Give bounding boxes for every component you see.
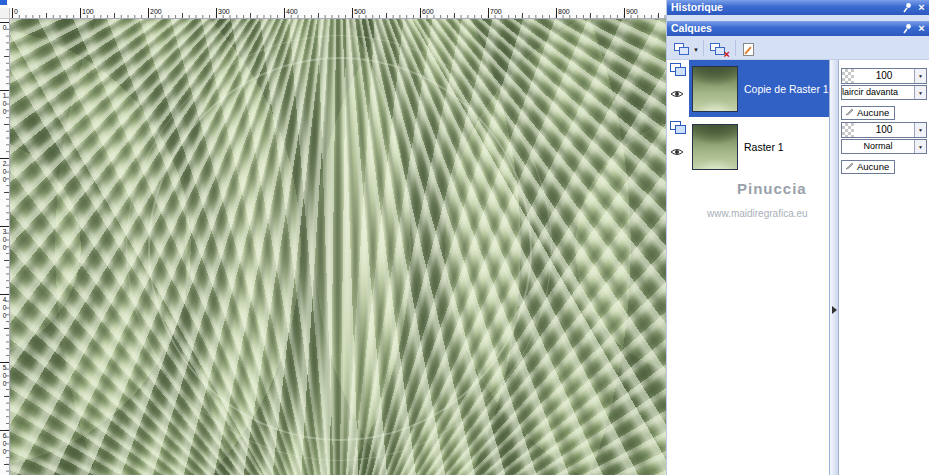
- app-window: 0 100 200 300 400 500 600 700 800 900 0 …: [0, 0, 929, 475]
- blend-mode-value: laircir davanta: [842, 86, 914, 99]
- ruler-label: 400: [1, 296, 8, 320]
- historique-titlebar[interactable]: Historique ×: [667, 0, 929, 15]
- layer-row-copie-de-raster-1[interactable]: Copie de Raster 1: [667, 60, 829, 118]
- ruler-label: 200: [1, 160, 8, 184]
- ruler-label: 600: [422, 8, 434, 15]
- pattern-ring: [148, 57, 532, 441]
- watermark-site: www.maidiregrafica.eu: [707, 208, 808, 219]
- layer-controls-pane: 100 ▼ laircir davanta ▼ Aucune 100: [839, 60, 929, 475]
- opacity-value: 100: [854, 123, 914, 137]
- ruler-label: 900: [626, 8, 638, 15]
- calques-titlebar[interactable]: Calques ×: [667, 21, 929, 36]
- opacity-checker: [842, 69, 854, 83]
- ruler-label: 600: [1, 432, 8, 456]
- blend-mode-value: Normal: [842, 140, 914, 153]
- opacity-value: 100: [854, 69, 914, 83]
- layer-type-icon: [670, 121, 687, 139]
- layer-controls-group: 100 ▼ laircir davanta ▼ Aucune: [841, 68, 927, 120]
- opacity-dropdown-button[interactable]: ▼: [914, 123, 926, 137]
- calques-title: Calques: [671, 22, 712, 34]
- new-layer-button[interactable]: ▼: [671, 39, 702, 60]
- canvas-image[interactable]: [10, 19, 666, 475]
- opacity-checker: [842, 123, 854, 137]
- layers-toolbar: ▼ ×: [667, 37, 929, 60]
- ruler-label: 800: [558, 8, 570, 15]
- watermark-name: Pinuccia: [737, 180, 807, 197]
- layer-thumbnail[interactable]: [692, 66, 738, 112]
- toolbar-fragment: [0, 0, 7, 5]
- chevron-down-icon: ▼: [693, 47, 699, 53]
- link-value: Aucune: [857, 107, 889, 118]
- close-icon[interactable]: ×: [916, 23, 927, 34]
- top-strip: [0, 0, 666, 8]
- pin-icon[interactable]: [901, 23, 912, 34]
- layer-type-icon: [670, 63, 687, 81]
- blend-mode-select[interactable]: Normal ▼: [841, 139, 927, 154]
- layers-list: Copie de Raster 1 Raster 1 Pinuccia: [667, 60, 830, 475]
- opacity-dropdown-button[interactable]: ▼: [914, 69, 926, 83]
- edit-page-icon: [743, 43, 754, 56]
- vertical-ruler: 0 100 200 300 400 500 600: [0, 19, 10, 475]
- splitter-arrow-icon: [832, 306, 837, 314]
- ruler-label: 500: [354, 8, 366, 15]
- layer-name: Raster 1: [744, 141, 784, 153]
- ruler-label: 0: [1, 24, 8, 32]
- ruler-label: 300: [1, 228, 8, 252]
- layer-controls-group: 100 ▼ Normal ▼ Aucune: [841, 122, 927, 174]
- edit-layer-button[interactable]: [740, 39, 757, 60]
- delete-layer-icon: ×: [710, 43, 727, 57]
- link-set-button[interactable]: Aucune: [841, 106, 895, 120]
- toolbar-separator: [735, 40, 736, 56]
- close-icon[interactable]: ×: [916, 2, 927, 13]
- historique-title: Historique: [671, 1, 723, 13]
- layer-thumbnail[interactable]: [692, 124, 738, 170]
- blend-dropdown-button[interactable]: ▼: [914, 86, 926, 99]
- ruler-corner: [0, 8, 10, 19]
- ruler-label: 700: [490, 8, 502, 15]
- ruler-label: 100: [82, 8, 94, 15]
- ruler-label: 0: [14, 8, 18, 15]
- blend-mode-select[interactable]: laircir davanta ▼: [841, 85, 927, 100]
- layer-row-raster-1[interactable]: Raster 1: [667, 118, 829, 176]
- opacity-slider[interactable]: 100 ▼: [841, 122, 927, 138]
- ruler-label: 300: [218, 8, 230, 15]
- opacity-slider[interactable]: 100 ▼: [841, 68, 927, 84]
- pane-splitter[interactable]: [830, 60, 839, 475]
- brush-link-icon: [845, 107, 854, 118]
- pin-icon[interactable]: [901, 2, 912, 13]
- ruler-label: 100: [1, 92, 8, 116]
- ruler-label: 500: [1, 364, 8, 388]
- toolbar-separator: [703, 40, 704, 56]
- palettes-panel: Historique × Calques × ▼: [666, 0, 929, 475]
- delete-layer-button[interactable]: ×: [707, 39, 730, 60]
- new-layer-icon: [674, 43, 691, 57]
- blend-dropdown-button[interactable]: ▼: [914, 140, 926, 153]
- ruler-label: 400: [286, 8, 298, 15]
- visibility-eye-icon[interactable]: [670, 143, 684, 161]
- horizontal-ruler: 0 100 200 300 400 500 600 700 800 900: [10, 8, 666, 19]
- document-area: 0 100 200 300 400 500 600 700 800 900 0 …: [0, 0, 666, 475]
- brush-link-icon: [845, 161, 854, 172]
- ruler-label: 200: [150, 8, 162, 15]
- link-value: Aucune: [857, 161, 889, 172]
- link-set-button[interactable]: Aucune: [841, 160, 895, 174]
- visibility-eye-icon[interactable]: [670, 85, 684, 103]
- layer-name: Copie de Raster 1: [744, 83, 829, 95]
